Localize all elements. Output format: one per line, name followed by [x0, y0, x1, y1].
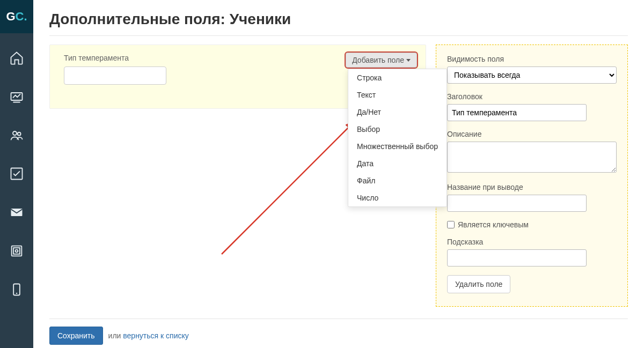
footer-or: или — [108, 331, 121, 340]
field-card: Тип темперамента Добавить поле Строка Те… — [49, 45, 426, 109]
svg-line-9 — [222, 120, 356, 254]
is-key-checkbox[interactable] — [447, 221, 455, 228]
add-field-button-label: Добавить поле — [352, 56, 404, 64]
dropdown-item-yesno[interactable]: Да/Нет — [348, 103, 447, 121]
svg-rect-4 — [11, 209, 23, 216]
page-title: Дополнительные поля: Ученики — [49, 11, 628, 28]
analytics-icon[interactable] — [0, 87, 33, 106]
add-field-button[interactable]: Добавить поле — [345, 51, 418, 69]
home-icon[interactable] — [0, 48, 33, 68]
svg-point-2 — [18, 132, 21, 136]
dropdown-item-file[interactable]: Файл — [348, 172, 447, 189]
dropdown-item-date[interactable]: Дата — [348, 155, 447, 172]
title-label: Заголовок — [447, 92, 617, 101]
right-panel: Видимость поля Показывать всегда Заголов… — [436, 45, 628, 307]
visibility-label: Видимость поля — [447, 55, 617, 63]
field-value-input[interactable] — [64, 66, 166, 85]
is-key-label: Является ключевым — [458, 220, 529, 229]
dropdown-item-select[interactable]: Выбор — [348, 121, 447, 138]
dropdown-item-multiselect[interactable]: Множественный выбор — [348, 138, 447, 155]
output-name-input[interactable] — [447, 195, 587, 212]
logo[interactable]: GC. — [0, 0, 33, 33]
left-column: Тип темперамента Добавить поле Строка Те… — [49, 45, 426, 109]
svg-point-7 — [16, 250, 18, 253]
logo-dot: . — [24, 10, 27, 24]
mobile-icon[interactable] — [0, 280, 33, 299]
svg-rect-6 — [13, 248, 20, 254]
dropdown-item-string[interactable]: Строка — [348, 69, 447, 86]
users-icon[interactable] — [0, 125, 33, 145]
dropdown-item-text[interactable]: Текст — [348, 86, 447, 103]
hint-label: Подсказка — [447, 238, 617, 246]
mail-icon[interactable] — [0, 203, 33, 222]
visibility-select[interactable]: Показывать всегда — [447, 66, 617, 84]
add-field-dropdown: Строка Текст Да/Нет Выбор Множественный … — [348, 69, 447, 207]
divider-top — [49, 35, 628, 36]
save-button[interactable]: Сохранить — [49, 327, 103, 345]
footer-text: или вернуться к списку — [108, 331, 189, 340]
description-textarea[interactable] — [447, 142, 617, 173]
hint-input[interactable] — [447, 249, 587, 266]
svg-point-1 — [13, 131, 17, 135]
checkbox-icon[interactable] — [0, 164, 33, 183]
main: Дополнительные поля: Ученики Тип темпера… — [33, 0, 644, 348]
arrow-annotation — [211, 99, 367, 260]
title-input[interactable] — [447, 104, 587, 121]
delete-field-button[interactable]: Удалить поле — [447, 275, 510, 293]
logo-g: G — [6, 10, 15, 24]
description-label: Описание — [447, 130, 617, 138]
output-name-label: Название при выводе — [447, 183, 617, 191]
dropdown-item-number[interactable]: Число — [348, 189, 447, 206]
sidebar: GC. — [0, 0, 33, 348]
nav-icons — [0, 33, 33, 299]
back-to-list-link[interactable]: вернуться к списку — [123, 331, 188, 340]
chevron-down-icon — [406, 59, 411, 62]
safe-icon[interactable] — [0, 241, 33, 261]
footer-bar: Сохранить или вернуться к списку — [49, 319, 628, 345]
logo-c: C — [16, 10, 24, 24]
